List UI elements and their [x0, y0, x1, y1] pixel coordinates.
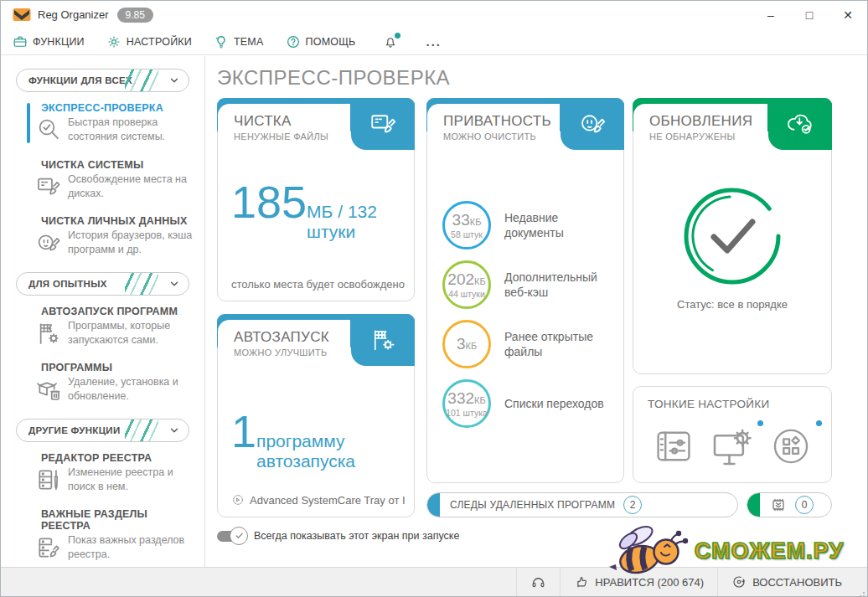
drivers-button[interactable]: 0 [747, 492, 832, 517]
registry-editor-icon [35, 466, 62, 493]
section-header-label: ДРУГИЕ ФУНКЦИИ [28, 425, 121, 435]
autorun-footer-text: Advanced SystemCare Tray от IO... [250, 494, 406, 507]
autorun-flag-icon [35, 320, 62, 347]
card-subtitle: МОЖНО ОЧИСТИТЬ [443, 131, 560, 142]
privacy-stats: 33КБ 58 штук Недавние документы 202КБ 44… [442, 201, 613, 428]
privacy-stat-jump-lists[interactable]: 332КБ 101 штука Списки переходов [442, 379, 613, 428]
sidebar-item-title: РЕДАКТОР РЕЕСТРА [41, 452, 196, 464]
stat-unit: КБ [474, 395, 486, 405]
updates-card[interactable]: ОБНОВЛЕНИЯ НЕ ОБНАРУЖЕНЫ Статус: все в п… [633, 98, 832, 374]
sidebar-section-other-functions[interactable]: ДРУГИЕ ФУНКЦИИ [16, 419, 189, 442]
version-badge: 9.85 [117, 8, 153, 23]
stat-unit: КБ [465, 341, 477, 351]
toggle-knob [230, 527, 248, 545]
maximize-button[interactable]: □ [790, 1, 829, 28]
menu-functions[interactable]: ФУНКЦИИ [13, 34, 85, 49]
resize-grip[interactable] [855, 568, 867, 596]
card-head: ЧИСТКА НЕНУЖНЫЕ ФАЙЛЫ [218, 104, 350, 152]
section-header-label: ФУНКЦИИ ДЛЯ ВСЕХ [28, 75, 132, 85]
menu-more-button[interactable]: ... [426, 34, 442, 49]
sidebar-item-title: ЧИСТКА СИСТЕМЫ [41, 159, 196, 171]
stat-ring: 3КБ [442, 320, 491, 368]
support-button[interactable] [516, 568, 560, 596]
app-title: Reg Organizer [38, 8, 109, 21]
registry-sections-icon [35, 534, 62, 561]
theme-bulb-icon [214, 34, 229, 49]
sidebar-item-private-data-cleanup[interactable]: ЧИСТКА ЛИЧНЫХ ДАННЫХ История браузеров, … [1, 215, 204, 258]
notifications-button[interactable] [383, 34, 398, 49]
sidebar-item-title: ЭКСПРЕСС-ПРОВЕРКА [41, 102, 196, 114]
window-controls: – □ ✕ [752, 1, 867, 28]
card-title: ПРИВАТНОСТЬ [443, 113, 560, 130]
updates-ok-indicator [680, 184, 784, 291]
stat-label: Дополнительный веб-кэш [504, 270, 613, 300]
menu-theme[interactable]: ТЕМА [214, 34, 264, 49]
express-check-icon [35, 116, 62, 143]
stat-unit: КБ [470, 217, 482, 227]
face-broom-icon [577, 109, 607, 139]
pill-accent-cap [427, 493, 440, 517]
cleanup-corner-tab [351, 98, 415, 150]
stat-ring: 33КБ 58 штук [442, 201, 491, 250]
cloud-download-check-icon [785, 109, 815, 139]
thumbs-up-icon [574, 574, 589, 589]
show-on-startup-label: Всегда показывать этот экран при запуске [254, 530, 459, 542]
stat-unit: КБ [474, 276, 486, 286]
card-subtitle: НЕНУЖНЫЕ ФАЙЛЫ [234, 131, 350, 142]
chevron-down-icon [168, 425, 180, 436]
cleanup-suffix: МБ / 132 штуки [307, 202, 414, 242]
main-area: ЭКСПРЕСС-ПРОВЕРКА ЧИСТКА НЕНУЖНЫЕ ФАЙЛЫ … [205, 56, 867, 567]
sidebar-item-system-cleanup[interactable]: ЧИСТКА СИСТЕМЫ Освобождение места на дис… [1, 159, 204, 202]
deleted-programs-traces-button[interactable]: СЛЕДЫ УДАЛЕННЫХ ПРОГРАММ 2 [426, 492, 738, 517]
card-head: АВТОЗАПУСК МОЖНО УЛУЧШИТЬ [218, 320, 350, 368]
close-button[interactable]: ✕ [829, 1, 867, 28]
show-on-startup-row: Всегда показывать этот экран при запуске [217, 530, 459, 542]
autorun-corner-tab [351, 314, 415, 366]
app-logo-icon [13, 8, 31, 22]
sidebar-item-desc: Программы, которые запускаются сами. [68, 319, 194, 348]
chevron-down-icon [168, 75, 180, 86]
section-stripes-decoration [125, 69, 158, 92]
updates-corner-tab [768, 98, 832, 150]
cleanup-card[interactable]: ЧИСТКА НЕНУЖНЫЕ ФАЙЛЫ 185МБ / 132 штуки … [217, 98, 415, 301]
privacy-card[interactable]: ПРИВАТНОСТЬ МОЖНО ОЧИСТИТЬ 33КБ 58 штук … [426, 98, 624, 483]
sidebar-section-for-experienced[interactable]: ДЛЯ ОПЫТНЫХ [16, 272, 189, 296]
fine-settings-card[interactable]: ТОНКИЕ НАСТРОЙКИ [633, 386, 832, 483]
minimize-button[interactable]: – [752, 1, 790, 28]
show-on-startup-toggle[interactable] [217, 531, 244, 542]
menu-help[interactable]: ПОМОЩЬ [286, 34, 356, 49]
menu-functions-label: ФУНКЦИИ [33, 36, 85, 48]
sidebar-item-registry-editor[interactable]: РЕДАКТОР РЕЕСТРА Изменение реестра и пои… [1, 452, 204, 495]
privacy-stat-opened-files[interactable]: 3КБ Ранее открытые файлы [442, 320, 613, 368]
like-button[interactable]: НРАВИТСЯ (200 674) [560, 568, 717, 596]
autorun-card[interactable]: АВТОЗАПУСК МОЖНО УЛУЧШИТЬ 1программу авт… [217, 314, 415, 517]
stat-label: Недавние документы [504, 210, 613, 240]
sidebar-section-functions-for-all[interactable]: ФУНКЦИИ ДЛЯ ВСЕХ [16, 69, 189, 92]
cleanup-value: 185 [231, 179, 307, 224]
stat-count: 44 штуки [448, 289, 485, 299]
sliders-panel-icon[interactable] [652, 425, 695, 468]
sidebar-item-title: ВАЖНЫЕ РАЗДЕЛЫ РЕЕСТРА [41, 508, 196, 532]
autorun-suffix: программу автозапуска [256, 431, 414, 471]
fine-settings-title: ТОНКИЕ НАСТРОЙКИ [648, 398, 770, 410]
autorun-footer: Advanced SystemCare Tray от IO... [231, 493, 406, 507]
notification-dot [395, 33, 400, 39]
apps-circle-icon[interactable] [769, 425, 813, 468]
sidebar-item-autorun[interactable]: АВТОЗАПУСК ПРОГРАММ Программы, которые з… [1, 306, 204, 348]
sidebar-item-express-check[interactable]: ЭКСПРЕСС-ПРОВЕРКА Быстрая проверка состо… [1, 102, 204, 145]
section-stripes-decoration [125, 272, 158, 296]
sidebar-item-desc: Быстрая проверка состояния системы. [68, 116, 194, 145]
chevron-down-icon [168, 278, 180, 290]
sidebar-item-programs[interactable]: ПРОГРАММЫ Удаление, установка и обновлен… [1, 362, 204, 404]
card-title: АВТОЗАПУСК [234, 329, 350, 346]
menu-settings[interactable]: НАСТРОЙКИ [106, 34, 192, 49]
cleanup-metric: 185МБ / 132 штуки [231, 179, 414, 242]
restore-button[interactable]: ВОССТАНОВИТЬ [717, 568, 855, 596]
sidebar-item-registry-sections[interactable]: ВАЖНЫЕ РАЗДЕЛЫ РЕЕСТРА Показ важных разд… [1, 508, 204, 563]
menu-help-label: ПОМОЩЬ [306, 36, 356, 48]
sidebar-item-title: ЧИСТКА ЛИЧНЫХ ДАННЫХ [41, 215, 196, 227]
monitor-gear-icon[interactable] [709, 423, 756, 470]
privacy-stat-web-cache[interactable]: 202КБ 44 штуки Дополнительный веб-кэш [442, 260, 613, 309]
stat-label: Ранее открытые файлы [504, 329, 613, 359]
privacy-stat-recent-docs[interactable]: 33КБ 58 штук Недавние документы [442, 201, 613, 250]
